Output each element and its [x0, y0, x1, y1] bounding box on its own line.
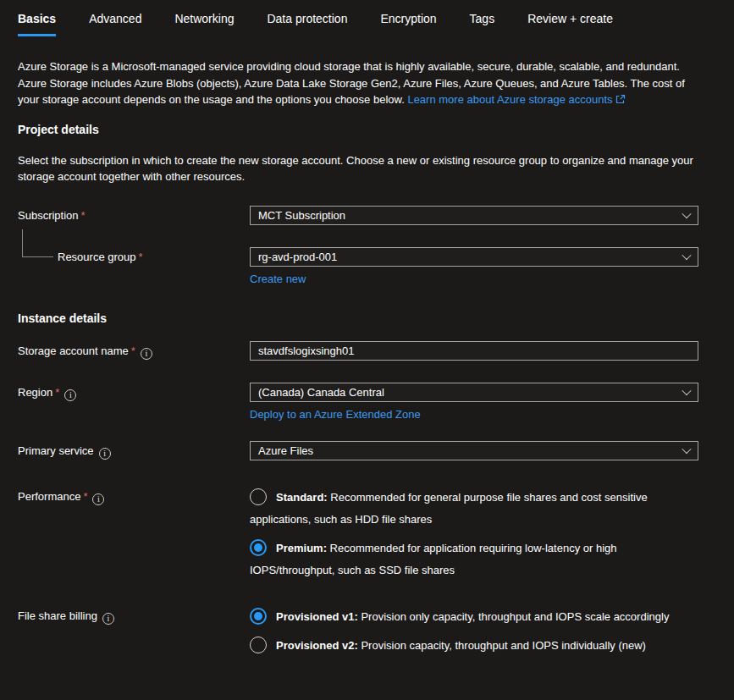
- required-asterisk: *: [131, 344, 135, 357]
- performance-label: Performance*: [18, 487, 250, 505]
- primary-service-row: Primary service Azure Files: [18, 441, 716, 460]
- info-icon[interactable]: [99, 448, 111, 460]
- project-details-description: Select the subscription in which to crea…: [18, 152, 705, 185]
- chevron-down-icon: [682, 209, 691, 218]
- radio-option-provisioned-v2[interactable]: Provisioned v2: Provision capacity, thro…: [250, 635, 698, 657]
- instance-details-heading: Instance details: [18, 311, 716, 325]
- info-icon[interactable]: [64, 389, 76, 401]
- file-share-billing-radio-group: Provisioned v1: Provision only capacity,…: [250, 606, 698, 657]
- resource-group-label: Resource group*: [18, 247, 250, 265]
- tab-basics[interactable]: Basics: [18, 12, 56, 36]
- radio-option-premium[interactable]: Premium: Recommended for application req…: [250, 537, 698, 581]
- performance-radio-group: Standard: Recommended for general purpos…: [250, 487, 698, 581]
- required-asterisk: *: [83, 490, 87, 503]
- radio-button-provisioned-v2[interactable]: [250, 637, 267, 653]
- basics-tab-page: Basics Advanced Networking Data protecti…: [0, 0, 734, 657]
- basics-form: Subscription* MCT Subscription Resource …: [18, 206, 716, 657]
- subscription-row: Subscription* MCT Subscription: [18, 206, 716, 225]
- info-icon[interactable]: [141, 348, 152, 360]
- subscription-select[interactable]: MCT Subscription: [250, 206, 698, 225]
- tab-advanced[interactable]: Advanced: [89, 12, 141, 36]
- required-asterisk: *: [81, 209, 86, 222]
- learn-more-link[interactable]: Learn more about Azure storage accounts: [407, 93, 625, 106]
- file-share-billing-label: File share billing: [18, 606, 250, 625]
- project-details-heading: Project details: [18, 123, 716, 136]
- tab-review-create[interactable]: Review + create: [527, 12, 613, 36]
- wizard-tab-bar: Basics Advanced Networking Data protecti…: [18, 0, 716, 36]
- radio-option-provisioned-v1[interactable]: Provisioned v1: Provision only capacity,…: [250, 606, 698, 628]
- external-link-icon: [615, 92, 626, 109]
- info-icon[interactable]: [102, 613, 114, 625]
- file-share-billing-row: File share billing Provisioned v1: Provi…: [18, 606, 716, 657]
- chevron-down-icon: [682, 444, 691, 454]
- radio-description: Provision capacity, throughput and IOPS …: [361, 639, 646, 652]
- region-select[interactable]: (Canada) Canada Central: [250, 383, 698, 402]
- extended-zone-link[interactable]: Deploy to an Azure Extended Zone: [250, 408, 421, 421]
- chevron-down-icon: [682, 251, 691, 260]
- storage-account-name-label: Storage account name*: [18, 341, 250, 360]
- chevron-down-icon: [682, 386, 691, 395]
- required-asterisk: *: [139, 251, 143, 263]
- intro-paragraph: Azure Storage is a Microsoft-managed ser…: [18, 58, 705, 109]
- tree-connector-line: [22, 229, 53, 257]
- region-label: Region*: [18, 383, 250, 401]
- create-new-link[interactable]: Create new: [250, 273, 306, 285]
- tab-networking[interactable]: Networking: [174, 12, 234, 36]
- resource-group-select[interactable]: rg-avd-prod-001: [250, 247, 698, 267]
- tab-encryption[interactable]: Encryption: [380, 12, 436, 36]
- resource-group-row: Resource group* rg-avd-prod-001 Create n…: [18, 247, 716, 286]
- required-asterisk: *: [55, 386, 59, 399]
- info-icon[interactable]: [92, 493, 104, 505]
- radio-description: Provision only capacity, throughput and …: [361, 610, 669, 623]
- tab-data-protection[interactable]: Data protection: [267, 12, 347, 36]
- radio-option-standard[interactable]: Standard: Recommended for general purpos…: [250, 487, 698, 531]
- region-row: Region* (Canada) Canada Central Deploy t…: [18, 383, 716, 422]
- radio-button-premium[interactable]: [250, 539, 267, 556]
- radio-button-standard[interactable]: [250, 488, 267, 505]
- primary-service-select[interactable]: Azure Files: [250, 441, 698, 460]
- storage-account-name-input[interactable]: [250, 341, 698, 361]
- primary-service-label: Primary service: [18, 441, 250, 460]
- radio-button-provisioned-v1[interactable]: [250, 608, 267, 625]
- storage-account-name-row: Storage account name*: [18, 341, 716, 361]
- performance-row: Performance* Standard: Recommended for g…: [18, 487, 716, 581]
- tab-tags[interactable]: Tags: [470, 12, 495, 36]
- subscription-label: Subscription*: [18, 206, 250, 223]
